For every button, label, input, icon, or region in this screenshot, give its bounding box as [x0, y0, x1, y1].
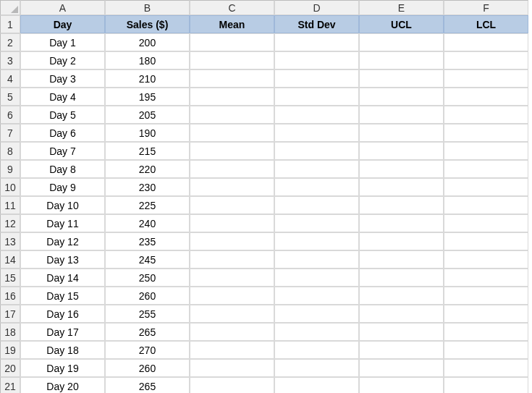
- col-header-D[interactable]: D: [274, 0, 359, 15]
- cell-A3[interactable]: Day 2: [20, 51, 105, 69]
- cell-B6[interactable]: 205: [105, 106, 190, 124]
- cell-B9[interactable]: 220: [105, 160, 190, 178]
- cell-C6[interactable]: [190, 106, 274, 124]
- cell-F7[interactable]: [444, 124, 528, 142]
- cell-C4[interactable]: [190, 69, 274, 88]
- cell-A5[interactable]: Day 4: [20, 88, 105, 106]
- cell-B8[interactable]: 215: [105, 142, 190, 160]
- cell-B5[interactable]: 195: [105, 88, 190, 106]
- cell-A2[interactable]: Day 1: [20, 33, 105, 51]
- cell-A8[interactable]: Day 7: [20, 142, 105, 160]
- row-header-17[interactable]: 17: [0, 305, 20, 323]
- cell-F14[interactable]: [444, 250, 528, 269]
- cell-A12[interactable]: Day 11: [20, 214, 105, 232]
- cell-D17[interactable]: [274, 305, 359, 323]
- cell-C15[interactable]: [190, 269, 274, 287]
- cell-E11[interactable]: [359, 196, 444, 214]
- cell-E20[interactable]: [359, 359, 444, 377]
- cell-B21[interactable]: 265: [105, 377, 190, 393]
- cell-E7[interactable]: [359, 124, 444, 142]
- cell-B3[interactable]: 180: [105, 51, 190, 69]
- cell-E12[interactable]: [359, 214, 444, 232]
- row-header-19[interactable]: 19: [0, 341, 20, 359]
- cell-B20[interactable]: 260: [105, 359, 190, 377]
- cell-B13[interactable]: 235: [105, 232, 190, 250]
- row-header-7[interactable]: 7: [0, 124, 20, 142]
- cell-B17[interactable]: 255: [105, 305, 190, 323]
- cell-B7[interactable]: 190: [105, 124, 190, 142]
- cell-C13[interactable]: [190, 232, 274, 250]
- row-header-9[interactable]: 9: [0, 160, 20, 178]
- cell-A14[interactable]: Day 13: [20, 250, 105, 269]
- select-all-corner[interactable]: [0, 0, 20, 15]
- cell-C17[interactable]: [190, 305, 274, 323]
- cell-E15[interactable]: [359, 269, 444, 287]
- cell-D10[interactable]: [274, 178, 359, 196]
- cell-F1[interactable]: LCL: [444, 15, 528, 33]
- cell-C7[interactable]: [190, 124, 274, 142]
- cell-E4[interactable]: [359, 69, 444, 88]
- cell-E2[interactable]: [359, 33, 444, 51]
- cell-C11[interactable]: [190, 196, 274, 214]
- cell-D13[interactable]: [274, 232, 359, 250]
- row-header-11[interactable]: 11: [0, 196, 20, 214]
- cell-F10[interactable]: [444, 178, 528, 196]
- row-header-10[interactable]: 10: [0, 178, 20, 196]
- cell-D21[interactable]: [274, 377, 359, 393]
- cell-F20[interactable]: [444, 359, 528, 377]
- cell-E14[interactable]: [359, 250, 444, 269]
- cell-B4[interactable]: 210: [105, 69, 190, 88]
- cell-F17[interactable]: [444, 305, 528, 323]
- cell-A16[interactable]: Day 15: [20, 287, 105, 305]
- cell-D19[interactable]: [274, 341, 359, 359]
- cell-B10[interactable]: 230: [105, 178, 190, 196]
- cell-D20[interactable]: [274, 359, 359, 377]
- cell-F4[interactable]: [444, 69, 528, 88]
- cell-B1[interactable]: Sales ($): [105, 15, 190, 33]
- cell-D18[interactable]: [274, 323, 359, 341]
- row-header-13[interactable]: 13: [0, 232, 20, 250]
- cell-C9[interactable]: [190, 160, 274, 178]
- cell-F5[interactable]: [444, 88, 528, 106]
- col-header-A[interactable]: A: [20, 0, 105, 15]
- cell-A7[interactable]: Day 6: [20, 124, 105, 142]
- cell-F16[interactable]: [444, 287, 528, 305]
- cell-E5[interactable]: [359, 88, 444, 106]
- row-header-21[interactable]: 21: [0, 377, 20, 393]
- cell-F11[interactable]: [444, 196, 528, 214]
- cell-D12[interactable]: [274, 214, 359, 232]
- cell-F12[interactable]: [444, 214, 528, 232]
- cell-A13[interactable]: Day 12: [20, 232, 105, 250]
- cell-D1[interactable]: Std Dev: [274, 15, 359, 33]
- col-header-B[interactable]: B: [105, 0, 190, 15]
- row-header-1[interactable]: 1: [0, 15, 20, 33]
- cell-B19[interactable]: 270: [105, 341, 190, 359]
- cell-A9[interactable]: Day 8: [20, 160, 105, 178]
- cell-C12[interactable]: [190, 214, 274, 232]
- cell-F18[interactable]: [444, 323, 528, 341]
- cell-F19[interactable]: [444, 341, 528, 359]
- cell-F13[interactable]: [444, 232, 528, 250]
- row-header-14[interactable]: 14: [0, 250, 20, 269]
- cell-E10[interactable]: [359, 178, 444, 196]
- cell-A10[interactable]: Day 9: [20, 178, 105, 196]
- col-header-C[interactable]: C: [190, 0, 274, 15]
- cell-E19[interactable]: [359, 341, 444, 359]
- row-header-3[interactable]: 3: [0, 51, 20, 69]
- cell-F21[interactable]: [444, 377, 528, 393]
- cell-C2[interactable]: [190, 33, 274, 51]
- cell-B2[interactable]: 200: [105, 33, 190, 51]
- cell-C20[interactable]: [190, 359, 274, 377]
- cell-D2[interactable]: [274, 33, 359, 51]
- row-header-15[interactable]: 15: [0, 269, 20, 287]
- cell-D15[interactable]: [274, 269, 359, 287]
- cell-E17[interactable]: [359, 305, 444, 323]
- cell-C16[interactable]: [190, 287, 274, 305]
- row-header-2[interactable]: 2: [0, 33, 20, 51]
- row-header-6[interactable]: 6: [0, 106, 20, 124]
- row-header-18[interactable]: 18: [0, 323, 20, 341]
- cell-F8[interactable]: [444, 142, 528, 160]
- cell-F6[interactable]: [444, 106, 528, 124]
- cell-D16[interactable]: [274, 287, 359, 305]
- cell-F15[interactable]: [444, 269, 528, 287]
